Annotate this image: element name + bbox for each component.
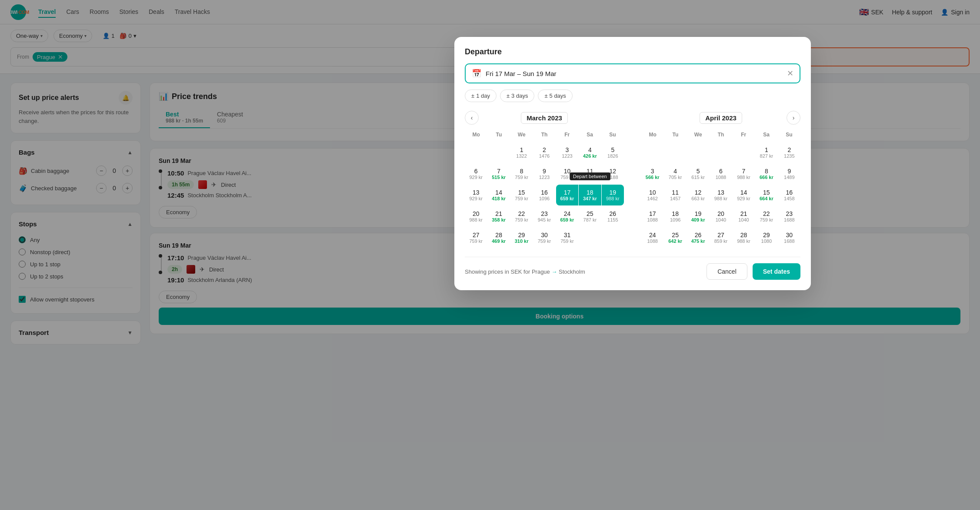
calendar-day[interactable]: 91489 — [778, 163, 800, 184]
empty-cell — [664, 142, 686, 163]
calendar-day[interactable]: 21476 — [533, 142, 555, 163]
calendar-day[interactable]: 31759 kr — [556, 227, 578, 248]
range-1day-button[interactable]: ± 1 day — [465, 89, 497, 102]
day-price: 409 kr — [691, 217, 705, 222]
next-month-button[interactable]: › — [787, 111, 800, 125]
day-price: 988 kr — [469, 217, 483, 222]
clear-date-icon[interactable]: ✕ — [787, 69, 793, 78]
day-number: 2 — [543, 146, 546, 153]
calendar-day[interactable]: 21235 — [778, 142, 800, 163]
calendar-day[interactable]: 29310 kr — [510, 227, 533, 248]
calendar-day[interactable]: 14418 kr — [487, 185, 510, 205]
calendar-day[interactable]: 30759 kr — [533, 227, 555, 248]
calendar-footer: Showing prices in SEK for Prague → Stock… — [465, 257, 800, 280]
day-price: 642 kr — [668, 238, 682, 244]
day-number: 26 — [609, 210, 616, 217]
calendar-day[interactable]: 161458 — [778, 185, 800, 205]
march-grid: 1132221476312234426 kr518266929 kr7515 k… — [465, 142, 624, 248]
calendar-day[interactable]: Depart between18347 kr — [579, 185, 601, 205]
calendar-day[interactable]: 7515 kr — [487, 163, 510, 184]
calendar-day[interactable]: 5615 kr — [687, 163, 709, 184]
calendar-day[interactable]: 31223 — [556, 142, 578, 163]
calendar-day[interactable]: 301688 — [778, 227, 800, 248]
calendar-day[interactable]: 7988 kr — [733, 163, 755, 184]
range-5days-button[interactable]: ± 5 days — [538, 89, 572, 102]
calendar-day[interactable]: 4705 kr — [664, 163, 686, 184]
day-price: 1489 — [784, 175, 794, 180]
calendar-day[interactable]: 12663 kr — [687, 185, 709, 205]
day-price: 1096 — [670, 217, 680, 222]
calendar-day[interactable]: 231688 — [778, 206, 800, 227]
calendar-day[interactable]: 25642 kr — [664, 227, 686, 248]
day-price: 615 kr — [691, 175, 705, 180]
calendar-day[interactable]: 11322 — [510, 142, 533, 163]
calendar-day[interactable]: 28988 kr — [733, 227, 755, 248]
day-number: 3 — [566, 146, 569, 153]
day-number: 14 — [495, 189, 502, 196]
calendar-day[interactable]: 26475 kr — [687, 227, 709, 248]
day-number: 9 — [787, 168, 791, 175]
calendar-day[interactable]: 241088 — [641, 227, 663, 248]
calendar-day[interactable]: 23945 kr — [533, 206, 555, 227]
calendar-day[interactable]: 261155 — [602, 206, 624, 227]
calendar-day[interactable]: 201040 — [710, 206, 732, 227]
calendar-day[interactable]: 22759 kr — [510, 206, 533, 227]
calendar-day[interactable]: 101462 — [641, 185, 663, 205]
day-price: 663 kr — [691, 196, 705, 201]
calendar-day[interactable]: 4426 kr — [579, 142, 601, 163]
calendar-day[interactable]: 291080 — [755, 227, 777, 248]
day-number: 17 — [649, 210, 656, 217]
calendar-day[interactable]: 27859 kr — [710, 227, 732, 248]
calendar-day[interactable]: 28469 kr — [487, 227, 510, 248]
empty-cell — [641, 142, 663, 163]
calendar-day[interactable]: 21358 kr — [487, 206, 510, 227]
calendar-day[interactable]: 13988 kr — [710, 185, 732, 205]
calendar-day[interactable]: 171088 — [641, 206, 663, 227]
calendar-day[interactable]: 161096 — [533, 185, 555, 205]
footer-text: Showing prices in SEK for Prague → Stock… — [465, 268, 585, 275]
calendar-icon: 📅 — [472, 69, 481, 78]
day-price: 1096 — [539, 196, 550, 201]
prev-month-button[interactable]: ‹ — [465, 111, 479, 125]
calendar-day[interactable]: 91223 — [533, 163, 555, 184]
day-mo: Mo — [465, 130, 487, 139]
range-3days-button[interactable]: ± 3 days — [500, 89, 534, 102]
calendar-day[interactable]: 19988 kr — [602, 185, 624, 205]
calendar-day[interactable]: 8666 kr — [755, 163, 777, 184]
calendar-day[interactable]: 25787 kr — [579, 206, 601, 227]
calendar-day[interactable]: 15759 kr — [510, 185, 533, 205]
calendar-day[interactable]: 61088 — [710, 163, 732, 184]
day-number: 26 — [695, 232, 702, 238]
calendar-day[interactable]: 20988 kr — [465, 206, 487, 227]
calendar-day[interactable]: 51826 — [602, 142, 624, 163]
day-price: 418 kr — [492, 196, 506, 201]
calendar-day[interactable]: 14929 kr — [733, 185, 755, 205]
day-number: 12 — [695, 189, 702, 196]
calendar-day[interactable]: 211040 — [733, 206, 755, 227]
day-price: 469 kr — [492, 238, 506, 244]
day-number: 29 — [518, 232, 525, 238]
calendar-day[interactable]: 8759 kr — [510, 163, 533, 184]
day-number: 4 — [588, 146, 592, 153]
day-number: 23 — [786, 210, 793, 217]
day-number: 27 — [473, 232, 480, 238]
date-input-row[interactable]: 📅 Fri 17 Mar – Sun 19 Mar ✕ — [465, 63, 800, 83]
calendar-day[interactable]: 22759 kr — [755, 206, 777, 227]
calendar-day[interactable]: 15664 kr — [755, 185, 777, 205]
calendar-day[interactable]: 3566 kr — [641, 163, 663, 184]
cancel-button[interactable]: Cancel — [707, 263, 747, 280]
calendar-day[interactable]: 27759 kr — [465, 227, 487, 248]
calendar-day[interactable]: 17659 kr — [556, 185, 578, 205]
empty-cell — [733, 142, 755, 163]
calendar-day[interactable]: 111457 — [664, 185, 686, 205]
calendar-day[interactable]: 1827 kr — [755, 142, 777, 163]
day-number: 22 — [763, 210, 770, 217]
calendar-day[interactable]: 181096 — [664, 206, 686, 227]
depart-tooltip: Depart between — [570, 172, 610, 180]
calendar-day[interactable]: 24659 kr — [556, 206, 578, 227]
calendar-day[interactable]: 6929 kr — [465, 163, 487, 184]
calendar-day[interactable]: 19409 kr — [687, 206, 709, 227]
calendar-day[interactable]: 13929 kr — [465, 185, 487, 205]
set-dates-button[interactable]: Set dates — [753, 263, 800, 280]
day-price: 759 kr — [515, 217, 528, 222]
